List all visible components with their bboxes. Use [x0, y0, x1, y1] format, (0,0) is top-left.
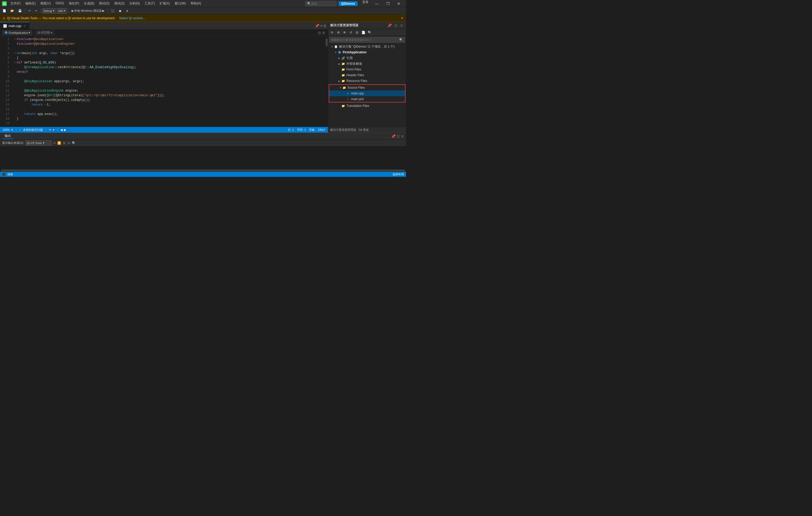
fold-4[interactable]: ⊟ [14, 51, 17, 56]
panel-close-button[interactable]: ✕ [401, 134, 404, 139]
sol-sync-button[interactable]: ⟳ [329, 30, 335, 35]
breadcrumb-settings-button[interactable]: ⚙ [322, 31, 325, 35]
save-button[interactable]: 💾 [17, 8, 23, 13]
code-content[interactable]: ⊟#include <QGuiApplication> #include <QQ… [11, 36, 325, 127]
fold-6[interactable]: ⊟ [14, 60, 17, 65]
expand-header-files[interactable] [338, 74, 341, 77]
sol-collapse-button[interactable]: ⊟ [354, 30, 360, 35]
platform-dropdown[interactable]: x64 ▾ [57, 8, 67, 14]
close-button[interactable]: ✕ [394, 0, 404, 7]
code-editor[interactable]: 12345 678910 1112131415 16171819 ⊟#inclu… [0, 36, 328, 127]
output-scroll-button[interactable]: ⏬ [57, 141, 61, 145]
menu-view[interactable]: 视图(V) [38, 1, 53, 6]
menu-project[interactable]: 项目(P) [67, 1, 81, 6]
nav-left-icon[interactable]: ◀ [60, 128, 62, 131]
sol-properties-button[interactable]: ⚙ [336, 30, 341, 35]
zoom-level[interactable]: 100% [3, 128, 10, 131]
search-box[interactable]: 🔍 [305, 1, 337, 6]
tree-header-files[interactable]: 📁 Header Files [328, 72, 406, 78]
expand-ext-deps[interactable]: ▶ [338, 62, 341, 65]
tree-external-deps[interactable]: ▶ 📁 外部依赖项 [328, 61, 406, 67]
output-tab[interactable]: 输出 [2, 133, 13, 139]
nav-right-icon[interactable]: ▶ [64, 128, 66, 131]
expand-project[interactable]: ▼ [334, 51, 338, 54]
fold-1[interactable]: ⊟ [14, 37, 17, 41]
tab-dropdown-button[interactable]: ▾ [320, 24, 322, 28]
tree-main-qml[interactable]: ▪ main.qml [329, 96, 405, 102]
menu-help[interactable]: 帮助(H) [188, 1, 203, 6]
edit-dropdown-icon[interactable]: ▾ [53, 128, 54, 131]
menu-git[interactable]: Git(G) [53, 1, 66, 6]
git-changes-tab[interactable]: Git 更改 [359, 128, 369, 132]
login-link[interactable]: 登录 [360, 0, 371, 7]
solution-search-box[interactable]: 🔍 [329, 37, 405, 43]
scrollbar-thumb[interactable] [326, 38, 328, 46]
sol-new-file-button[interactable]: 📄 [360, 30, 366, 35]
menu-file[interactable]: 文件(F) [8, 1, 23, 6]
new-file-button[interactable]: 📄 [1, 8, 8, 13]
undo-button[interactable]: ↩ [27, 8, 32, 13]
panel-float-button[interactable]: ⊡ [397, 134, 400, 139]
close-panel-button[interactable]: ✕ [399, 23, 404, 28]
toolbar-extra-3[interactable]: ⏸ [124, 9, 130, 13]
sol-filter-button[interactable]: 🔍 [367, 30, 372, 35]
tree-translation-files[interactable]: 📁 Translation Files [328, 103, 406, 109]
tree-references[interactable]: ▶ 🔗 引用 [328, 55, 406, 61]
restore-button[interactable]: ❐ [383, 0, 393, 7]
output-settings-button[interactable]: ⚙ [67, 141, 70, 145]
tree-main-cpp[interactable]: + main.cpp [329, 91, 405, 96]
tree-solution-root[interactable]: ▼ 📋 解决方案 'QtDemos' (1 个项目，共 1 个) [328, 44, 406, 50]
tree-form-files[interactable]: 📁 Form Files [328, 67, 406, 72]
menu-edit[interactable]: 编辑(E) [23, 1, 38, 6]
sol-show-all-button[interactable]: 👁 [342, 30, 347, 35]
layout-label[interactable]: 选择布局 [393, 173, 404, 176]
menu-extensions[interactable]: 扩展(X) [157, 1, 172, 6]
open-file-button[interactable]: 📂 [9, 8, 16, 13]
solution-explorer-tab[interactable]: 解决方案资源管理器 [330, 128, 356, 132]
tab-main-cpp[interactable]: ⬜ main.cpp ✕ [0, 22, 29, 29]
breadcrumb-collapse-button[interactable]: ⊟ [318, 31, 321, 35]
expand-source-files[interactable]: ▼ [339, 86, 342, 89]
menu-analyze[interactable]: 分析(N) [127, 1, 142, 6]
toolbar-extra-1[interactable]: ⬛ [109, 8, 116, 13]
menu-window[interactable]: 窗口(W) [173, 1, 188, 6]
tree-resource-files[interactable]: ▶ 📁 Resource Files [328, 78, 406, 84]
split-editor-button[interactable]: ⊞ [323, 24, 326, 28]
expand-translation-files[interactable] [338, 104, 341, 108]
select-qt-version-link[interactable]: Select Qt version... [119, 17, 145, 20]
redo-button[interactable]: ↪ [33, 8, 39, 13]
vertical-scrollbar[interactable] [325, 36, 328, 127]
solution-search-input[interactable] [331, 38, 399, 41]
output-source-dropdown[interactable]: Qt VS Tools ▾ [26, 141, 52, 146]
output-clear-button[interactable]: 🗑 [63, 141, 66, 145]
output-scrollbar[interactable] [0, 169, 406, 172]
config-dropdown[interactable]: Debug ▾ [42, 8, 56, 14]
maximize-button[interactable]: ⊡ [394, 23, 398, 28]
tree-project[interactable]: ▼ 🔷 FirstApplication [328, 50, 406, 55]
menu-tools[interactable]: 工具(T) [142, 1, 157, 6]
pin-tab-button[interactable]: 📌 [315, 24, 319, 28]
edit-mode-icon[interactable]: ✏ [49, 128, 51, 131]
toolbar-extra-2[interactable]: ⏹ [117, 9, 123, 13]
pin-button[interactable]: 📌 [386, 23, 393, 28]
tree-source-files[interactable]: ▼ 📁 Source Files [329, 85, 405, 91]
menu-debug[interactable]: 调试(D) [97, 1, 112, 6]
no-issues-label[interactable]: 未找到相关问题 [23, 128, 43, 132]
search-input[interactable] [311, 2, 332, 5]
warning-close-button[interactable]: ✕ [401, 17, 403, 20]
expand-form-files[interactable] [338, 68, 341, 71]
panel-pin-button[interactable]: 📌 [391, 134, 396, 139]
output-find-button[interactable]: 🔍 [72, 141, 76, 145]
tab-close-button[interactable]: ✕ [23, 25, 26, 27]
minimize-button[interactable]: — [372, 0, 382, 7]
expand-solution[interactable]: ▼ [330, 45, 334, 48]
run-button[interactable]: ▶ 本地 Windows 调试器 ▶ [70, 8, 106, 13]
sol-refresh-button[interactable]: ↺ [348, 30, 354, 35]
menu-test[interactable]: 测试(S) [112, 1, 127, 6]
zoom-dropdown-icon[interactable]: ▾ [11, 128, 13, 131]
expand-references[interactable]: ▶ [338, 57, 341, 60]
breadcrumb-project[interactable]: 🔷 FirstApplication ▾ [3, 30, 32, 35]
menu-build[interactable]: 生成(B) [82, 1, 96, 6]
breadcrumb-scope[interactable]: (全局范围) ▾ [35, 30, 54, 35]
expand-resource-files[interactable]: ▶ [338, 80, 341, 83]
